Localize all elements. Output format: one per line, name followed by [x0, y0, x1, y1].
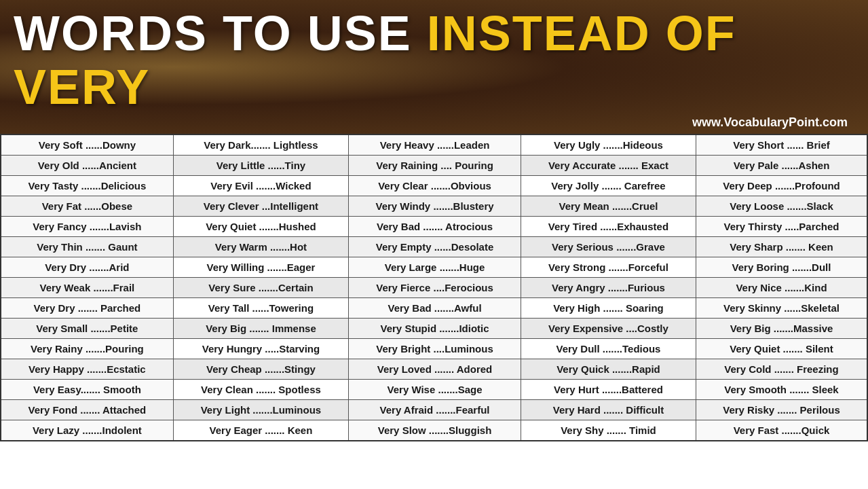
table-cell: Very Light .......Luminous	[173, 400, 348, 420]
table-cell: Very Tall ......Towering	[173, 298, 348, 319]
table-cell: Very Fierce ....Ferocious	[349, 278, 521, 298]
table-cell: Very Rainy .......Pouring	[1, 339, 173, 359]
table-cell: Very Pale ......Ashen	[696, 156, 868, 176]
table-cell: Very Clear .......Obvious	[349, 176, 521, 196]
table-cell: Very Jolly ....... Carefree	[521, 176, 696, 196]
table-cell: Very Windy .......Blustery	[349, 196, 521, 217]
table-cell: Very Sharp ....... Keen	[696, 237, 868, 257]
table-cell: Very Tired ......Exhausted	[521, 217, 696, 237]
table-cell: Very Wise .......Sage	[349, 380, 521, 400]
table-row: Very Dry ....... ParchedVery Tall ......…	[1, 298, 867, 319]
table-cell: Very Easy....... Smooth	[1, 380, 173, 400]
word-table: Very Soft ......DownyVery Dark....... Li…	[0, 134, 868, 441]
table-cell: Very Cheap .......Stingy	[173, 359, 348, 380]
table-cell: Very Slow .......Sluggish	[349, 420, 521, 441]
table-cell: Very Shy ....... Timid	[521, 420, 696, 441]
table-cell: Very Stupid .......Idiotic	[349, 319, 521, 339]
table-cell: Very Quick .......Rapid	[521, 359, 696, 380]
table-cell: Very Fancy .......Lavish	[1, 217, 173, 237]
table-cell: Very Afraid .......Fearful	[349, 400, 521, 420]
table-row: Very Old ......AncientVery Little ......…	[1, 156, 867, 176]
table-row: Very Lazy .......IndolentVery Eager ....…	[1, 420, 867, 441]
table-cell: Very Raining .... Pouring	[349, 156, 521, 176]
table-cell: Very Happy .......Ecstatic	[1, 359, 173, 380]
table-cell: Very Lazy .......Indolent	[1, 420, 173, 441]
table-row: Very Tasty .......DeliciousVery Evil ...…	[1, 176, 867, 196]
table-cell: Very Nice .......Kind	[696, 278, 868, 298]
table-cell: Very Ugly .......Hideous	[521, 134, 696, 156]
table-cell: Very Mean .......Cruel	[521, 196, 696, 217]
table-row: Very Small .......PetiteVery Big .......…	[1, 319, 867, 339]
header-website: www.VocabularyPoint.com	[14, 115, 854, 130]
table-cell: Very Dark....... Lightless	[173, 134, 348, 156]
table-cell: Very Small .......Petite	[1, 319, 173, 339]
table-cell: Very Hurt .......Battered	[521, 380, 696, 400]
table-cell: Very Smooth ....... Sleek	[696, 380, 868, 400]
table-cell: Very Skinny ......Skeletal	[696, 298, 868, 319]
table-cell: Very Bad .......Awful	[349, 298, 521, 319]
table-cell: Very Little ......Tiny	[173, 156, 348, 176]
table-cell: Very Thin ....... Gaunt	[1, 237, 173, 257]
table-cell: Very Fond ....... Attached	[1, 400, 173, 420]
header-white-text: WORDS TO USE	[14, 6, 427, 60]
table-cell: Very Hard ....... Difficult	[521, 400, 696, 420]
table-cell: Very Accurate ....... Exact	[521, 156, 696, 176]
table-cell: Very Empty ......Desolate	[349, 237, 521, 257]
header-title: WORDS TO USE INSTEAD OF VERY	[14, 7, 854, 114]
table-cell: Very Heavy ......Leaden	[349, 134, 521, 156]
table-cell: Very Willing .......Eager	[173, 257, 348, 278]
table-row: Very Weak .......FrailVery Sure .......C…	[1, 278, 867, 298]
table-cell: Very Dry .......Arid	[1, 257, 173, 278]
table-cell: Very Strong .......Forceful	[521, 257, 696, 278]
table-row: Very Fond ....... AttachedVery Light ...…	[1, 400, 867, 420]
table-row: Very Fancy .......LavishVery Quiet .....…	[1, 217, 867, 237]
table-cell: Very Evil .......Wicked	[173, 176, 348, 196]
table-cell: Very Large .......Huge	[349, 257, 521, 278]
table-cell: Very Fast .......Quick	[696, 420, 868, 441]
table-cell: Very Eager ....... Keen	[173, 420, 348, 441]
table-cell: Very Expensive ....Costly	[521, 319, 696, 339]
table-cell: Very Tasty .......Delicious	[1, 176, 173, 196]
table-row: Very Thin ....... GauntVery Warm .......…	[1, 237, 867, 257]
table-cell: Very Soft ......Downy	[1, 134, 173, 156]
table-row: Very Rainy .......PouringVery Hungry ...…	[1, 339, 867, 359]
table-row: Very Soft ......DownyVery Dark....... Li…	[1, 134, 867, 156]
table-cell: Very Sure .......Certain	[173, 278, 348, 298]
table-cell: Very Dry ....... Parched	[1, 298, 173, 319]
table-cell: Very Quiet .......Hushed	[173, 217, 348, 237]
table-cell: Very Clean ....... Spotless	[173, 380, 348, 400]
table-row: Very Fat ......ObeseVery Clever ...Intel…	[1, 196, 867, 217]
table-cell: Very Cold ....... Freezing	[696, 359, 868, 380]
table-cell: Very Big ....... Immense	[173, 319, 348, 339]
table-cell: Very Hungry .....Starving	[173, 339, 348, 359]
table-cell: Very Weak .......Frail	[1, 278, 173, 298]
table-cell: Very Quiet ....... Silent	[696, 339, 868, 359]
table-cell: Very High ....... Soaring	[521, 298, 696, 319]
table-cell: Very Fat ......Obese	[1, 196, 173, 217]
word-table-container: Very Soft ......DownyVery Dark....... Li…	[0, 134, 868, 441]
table-cell: Very Dull .......Tedious	[521, 339, 696, 359]
table-cell: Very Serious .......Grave	[521, 237, 696, 257]
table-cell: Very Old ......Ancient	[1, 156, 173, 176]
table-cell: Very Big .......Massive	[696, 319, 868, 339]
table-row: Very Dry .......AridVery Willing .......…	[1, 257, 867, 278]
table-cell: Very Loose .......Slack	[696, 196, 868, 217]
table-row: Very Happy .......EcstaticVery Cheap ...…	[1, 359, 867, 380]
table-cell: Very Angry .......Furious	[521, 278, 696, 298]
table-cell: Very Short ...... Brief	[696, 134, 868, 156]
table-cell: Very Warm .......Hot	[173, 237, 348, 257]
table-cell: Very Loved ....... Adored	[349, 359, 521, 380]
header: WORDS TO USE INSTEAD OF VERY www.Vocabul…	[0, 0, 868, 134]
table-row: Very Easy....... SmoothVery Clean ......…	[1, 380, 867, 400]
table-cell: Very Thirsty .....Parched	[696, 217, 868, 237]
table-cell: Very Risky ....... Perilous	[696, 400, 868, 420]
table-cell: Very Deep .......Profound	[696, 176, 868, 196]
table-cell: Very Bright ....Luminous	[349, 339, 521, 359]
table-cell: Very Bad ....... Atrocious	[349, 217, 521, 237]
table-cell: Very Boring .......Dull	[696, 257, 868, 278]
table-cell: Very Clever ...Intelligent	[173, 196, 348, 217]
